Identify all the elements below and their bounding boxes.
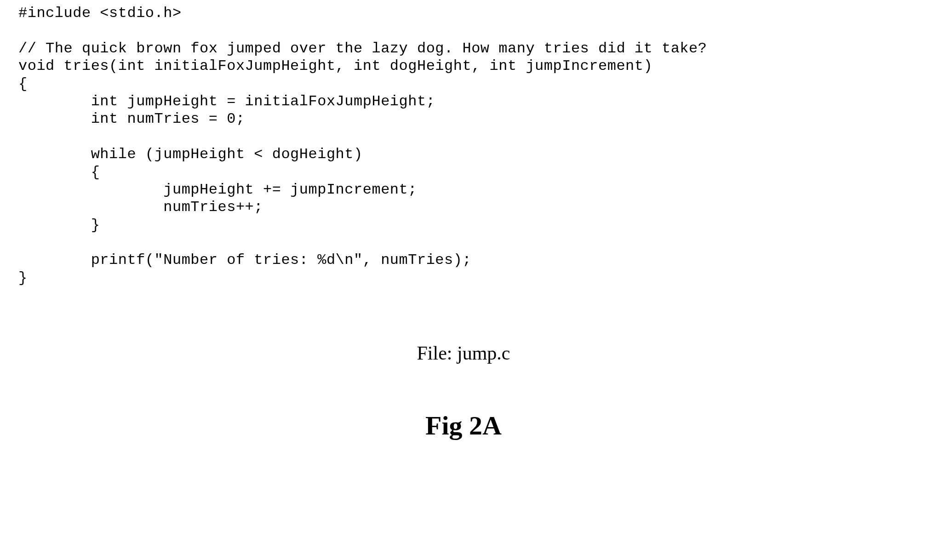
code-line: int numTries = 0; (18, 110, 245, 127)
code-line: numTries++; (18, 199, 263, 216)
code-line: while (jumpHeight < dogHeight) (18, 146, 363, 163)
figure-label: Fig 2A (0, 410, 927, 441)
code-block: #include <stdio.h> // The quick brown fo… (0, 0, 927, 291)
code-line: #include <stdio.h> (18, 5, 182, 22)
code-line: { (18, 75, 28, 92)
code-line: jumpHeight += jumpIncrement; (18, 181, 417, 198)
code-line: // The quick brown fox jumped over the l… (18, 40, 707, 57)
code-line: } (18, 217, 100, 234)
code-line: int jumpHeight = initialFoxJumpHeight; (18, 93, 435, 110)
file-label: File: jump.c (0, 342, 927, 364)
code-line: { (18, 164, 100, 181)
code-line: void tries(int initialFoxJumpHeight, int… (18, 57, 652, 74)
code-line: } (18, 269, 28, 286)
code-line: printf("Number of tries: %d\n", numTries… (18, 251, 471, 269)
